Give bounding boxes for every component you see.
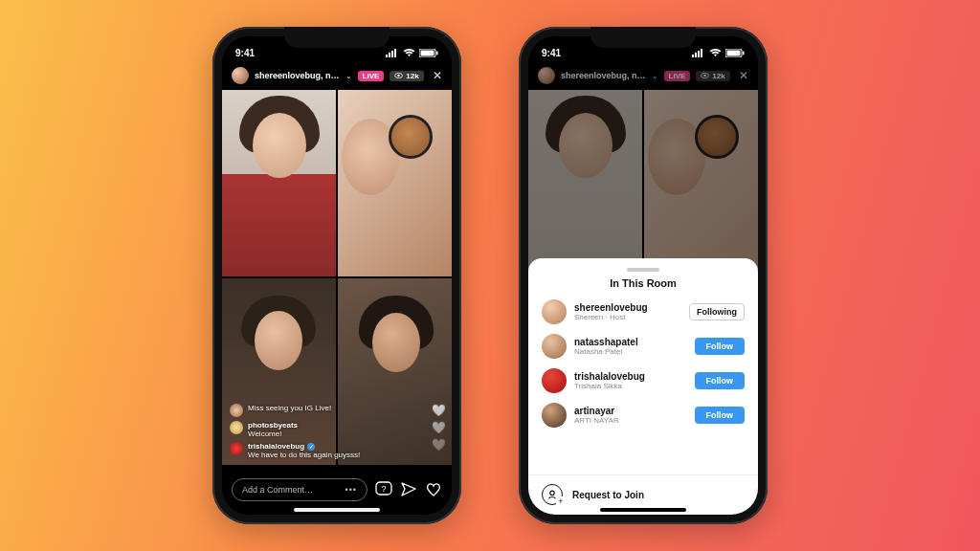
participant-username[interactable]: trishalalovebug [574, 371, 687, 383]
participant-avatar[interactable] [542, 299, 567, 324]
comment-avatar[interactable] [230, 421, 243, 434]
participant-row: artinayar ARTI NAYAR Follow [528, 398, 758, 432]
comment-username[interactable]: photosbyeats [248, 421, 298, 430]
request-to-join[interactable]: Request to Join [528, 474, 758, 509]
close-icon[interactable]: ✕ [433, 69, 442, 82]
comment-row: photosbyeats Welcome! [230, 421, 410, 438]
participant-row: shereenlovebug Shereen · Host Following [528, 295, 758, 329]
eye-icon [394, 73, 403, 78]
more-icon[interactable]: ••• [345, 485, 357, 495]
comment-input[interactable]: Add a Comment… ••• [232, 478, 368, 501]
svg-rect-12 [695, 53, 697, 57]
svg-rect-3 [394, 49, 396, 57]
participant-row: natasshapatel Natasha Patel Follow [528, 329, 758, 364]
live-header: shereenlovebug, n… ⌄ LIVE 12k ✕ [528, 63, 758, 88]
chevron-down-icon[interactable]: ⌄ [652, 72, 658, 80]
bottom-bar: Add a Comment… ••• ? [222, 471, 452, 509]
following-button[interactable]: Following [689, 303, 745, 320]
sheet-title: In This Room [528, 277, 758, 289]
participant-username[interactable]: artinayar [574, 406, 687, 417]
participant-list: shereenlovebug Shereen · Host Following … [528, 295, 758, 474]
status-icons [692, 49, 745, 57]
participant-avatar[interactable] [542, 334, 567, 359]
participant-avatar[interactable] [542, 403, 567, 428]
svg-rect-13 [698, 51, 700, 57]
eye-icon [701, 73, 709, 78]
notch [284, 27, 390, 48]
live-header: shereenlovebug, n… ⌄ LIVE 12k ✕ [222, 63, 452, 88]
participant-username[interactable]: shereenlovebug [574, 302, 681, 314]
svg-rect-6 [436, 51, 438, 55]
room-sheet: In This Room shereenlovebug Shereen · Ho… [528, 258, 758, 515]
host-username[interactable]: shereenlovebug, n… [561, 71, 646, 80]
comment-text: Welcome! [248, 430, 298, 438]
host-username[interactable]: shereenlovebug, n… [255, 71, 340, 80]
wifi-icon [709, 49, 722, 57]
svg-rect-0 [386, 55, 388, 57]
host-avatar[interactable] [232, 67, 249, 84]
live-badge: LIVE [358, 71, 385, 81]
svg-rect-5 [421, 50, 434, 55]
heart-icon: 🤍 [432, 438, 446, 452]
comment-text: Miss seeing you IG Live! [248, 404, 331, 412]
comment-row: trishalalovebug✓ We have to do this agai… [230, 442, 410, 459]
participant-video-2[interactable] [338, 90, 452, 276]
participant-subtitle: ARTI NAYAR [574, 416, 687, 425]
comment-username[interactable]: trishalalovebug✓ [248, 442, 360, 451]
heart-icon[interactable] [425, 481, 442, 498]
participant-row: trishalalovebug Trishala Sikka Follow [528, 364, 758, 398]
request-join-icon [542, 484, 563, 505]
question-icon[interactable]: ? [375, 481, 392, 498]
comment-avatar[interactable] [230, 404, 243, 417]
svg-point-19 [704, 75, 706, 77]
reaction-column: 🤍 🤍 🤍 [432, 404, 446, 452]
battery-icon [725, 49, 745, 57]
svg-point-8 [398, 75, 400, 77]
svg-rect-2 [391, 51, 393, 57]
svg-rect-17 [743, 51, 745, 55]
battery-icon [419, 49, 438, 57]
wifi-icon [403, 49, 415, 57]
heart-icon: 🤍 [432, 421, 446, 434]
participant-subtitle: Natasha Patel [574, 347, 687, 356]
verified-icon: ✓ [307, 443, 315, 451]
follow-button[interactable]: Follow [695, 407, 746, 424]
home-indicator[interactable] [294, 508, 380, 512]
viewer-count[interactable]: 12k [390, 71, 423, 81]
participant-subtitle: Shereen · Host [574, 313, 681, 321]
svg-rect-11 [692, 55, 694, 57]
comment-text: We have to do this again guysss! [248, 451, 360, 459]
screen-right: 9:41 shereenlovebug, n… ⌄ LIVE 12k ✕ [528, 36, 758, 515]
phone-left: 9:41 shereenlovebug, n… ⌄ LIVE 12k ✕ [212, 27, 461, 524]
follow-button[interactable]: Follow [695, 372, 746, 389]
participant-subtitle: Trishala Sikka [574, 382, 687, 390]
home-indicator[interactable] [600, 508, 686, 512]
svg-rect-16 [727, 50, 741, 55]
heart-icon: 🤍 [432, 404, 446, 417]
sheet-handle[interactable] [627, 268, 659, 272]
clock: 9:41 [235, 48, 255, 58]
svg-text:?: ? [381, 484, 386, 494]
viewer-count[interactable]: 12k [696, 71, 729, 81]
comment-stream: Miss seeing you IG Live! photosbyeats We… [230, 404, 410, 459]
chevron-down-icon[interactable]: ⌄ [345, 72, 352, 80]
participant-username[interactable]: natasshapatel [574, 337, 687, 348]
phone-right: 9:41 shereenlovebug, n… ⌄ LIVE 12k ✕ [519, 27, 768, 524]
screen-left: 9:41 shereenlovebug, n… ⌄ LIVE 12k ✕ [222, 36, 452, 515]
svg-rect-1 [389, 53, 390, 57]
clock: 9:41 [542, 48, 561, 58]
participant-avatar[interactable] [542, 368, 567, 393]
svg-rect-14 [701, 49, 702, 57]
follow-button[interactable]: Follow [695, 338, 746, 355]
close-icon[interactable]: ✕ [739, 69, 748, 82]
request-label: Request to Join [572, 490, 644, 500]
promo-stage: 9:41 shereenlovebug, n… ⌄ LIVE 12k ✕ [0, 0, 980, 551]
host-avatar[interactable] [538, 67, 555, 84]
live-badge: LIVE [664, 71, 691, 81]
status-icons [386, 49, 438, 57]
participant-video-1[interactable] [222, 90, 336, 276]
notch [590, 27, 696, 48]
comment-row: Miss seeing you IG Live! [230, 404, 410, 417]
comment-avatar[interactable] [230, 442, 243, 455]
share-icon[interactable] [400, 481, 417, 498]
